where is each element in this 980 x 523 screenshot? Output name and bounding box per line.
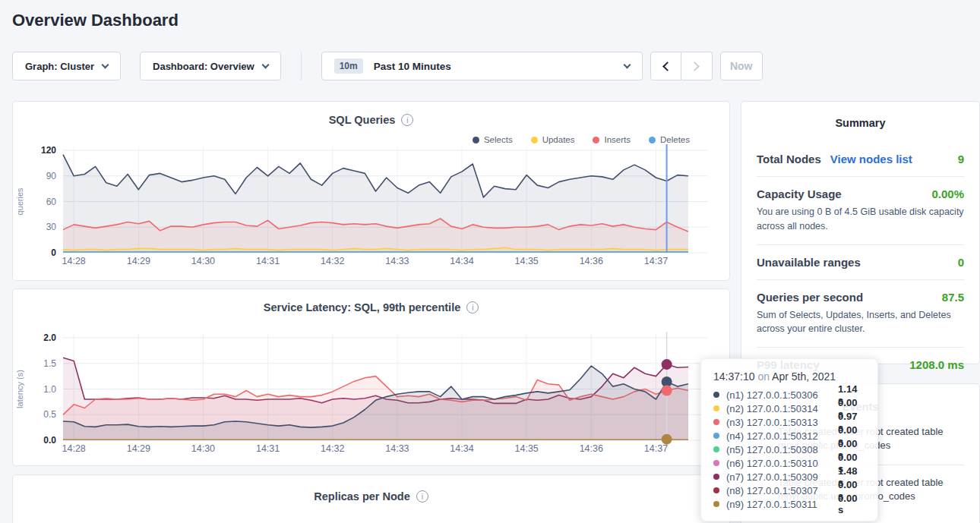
sql-queries-chart[interactable]: 030609012014:2814:2914:3014:3114:3214:33… (13, 141, 719, 270)
sql-queries-chart-title: SQL Queries (329, 114, 396, 126)
total-nodes-label: Total Nodes (757, 153, 821, 165)
dashboard-dropdown-label: Dashboard: Overview (153, 61, 254, 72)
capacity-usage-value: 0.00% (931, 187, 964, 200)
node-address: (n7) 127.0.0.1:50309 (726, 471, 838, 483)
svg-text:0.5: 0.5 (43, 409, 56, 420)
svg-text:14:36: 14:36 (580, 256, 603, 266)
dashboard-dropdown[interactable]: Dashboard: Overview (140, 52, 281, 80)
summary-row-capacity: Capacity Usage 0.00% You are using 0 B o… (757, 181, 964, 241)
summary-divider (757, 279, 964, 280)
svg-text:14:30: 14:30 (191, 256, 215, 266)
overview-dashboard-page: Overview Dashboard Graph: Cluster Dashbo… (0, 0, 980, 523)
node-address: (n9) 127.0.0.1:50311 (726, 499, 838, 510)
chevron-left-icon (662, 61, 672, 71)
service-latency-card: Service Latency: SQL, 99th percentile i … (12, 288, 730, 466)
node-color-dot (713, 433, 719, 439)
tooltip-rows: (n1) 127.0.0.1:503061.14 s(n2) 127.0.0.1… (713, 388, 865, 511)
summary-divider (757, 347, 964, 348)
svg-text:14:32: 14:32 (321, 443, 344, 454)
qps-desc: Sum of Selects, Updates, Inserts, and De… (757, 308, 964, 337)
node-color-dot (713, 419, 719, 425)
page-title: Overview Dashboard (12, 11, 179, 30)
svg-text:14:33: 14:33 (385, 256, 409, 266)
node-color-dot (713, 501, 719, 507)
svg-text:90: 90 (46, 171, 57, 181)
svg-text:14:36: 14:36 (580, 443, 603, 454)
time-range-badge: 10m (334, 58, 363, 74)
svg-text:14:37: 14:37 (644, 443, 668, 454)
summary-divider (757, 244, 964, 245)
now-button[interactable]: Now (720, 52, 763, 80)
svg-text:14:35: 14:35 (515, 443, 539, 454)
qps-value: 87.5 (942, 291, 964, 304)
tooltip-timestamp: 14:37:10 on Apr 5th, 2021 (713, 370, 865, 383)
time-next-button[interactable] (681, 52, 713, 80)
svg-text:14:28: 14:28 (62, 443, 86, 454)
svg-text:14:29: 14:29 (127, 443, 150, 454)
info-icon[interactable]: i (401, 114, 413, 126)
node-address: (n1) 127.0.0.1:50306 (726, 389, 838, 401)
time-range-label: Past 10 Minutes (374, 61, 616, 72)
node-color-dot (713, 405, 719, 411)
svg-text:30: 30 (46, 222, 57, 232)
chevron-down-icon (261, 61, 269, 68)
node-latency-value: 0.00 s (838, 493, 865, 515)
svg-text:14:34: 14:34 (450, 256, 473, 266)
chart-hover-tooltip: 14:37:10 on Apr 5th, 2021 (n1) 127.0.0.1… (700, 358, 878, 521)
capacity-usage-desc: You are using 0 B of 4.5 GiB usable disk… (757, 205, 964, 234)
summary-row-qps: Queries per second 87.5 Sum of Selects, … (757, 284, 964, 344)
qps-label: Queries per second (757, 291, 863, 304)
node-color-dot (713, 474, 719, 480)
node-address: (n4) 127.0.0.1:50312 (726, 430, 838, 442)
svg-text:2.0: 2.0 (43, 332, 56, 343)
svg-text:14:33: 14:33 (385, 443, 409, 454)
total-nodes-value: 9 (958, 153, 964, 165)
node-address: (n3) 127.0.0.1:50313 (726, 417, 838, 428)
replicas-per-node-card: Replicas per Node i (12, 474, 730, 523)
node-address: (n5) 127.0.0.1:50308 (726, 444, 838, 455)
service-latency-chart-title: Service Latency: SQL, 99th percentile (264, 301, 461, 313)
time-nav-group (650, 52, 713, 80)
svg-text:14:32: 14:32 (321, 256, 344, 266)
time-prev-button[interactable] (650, 52, 681, 80)
chevron-down-icon (102, 61, 109, 68)
summary-row-unavailable: Unavailable ranges 0 (757, 249, 964, 276)
svg-text:120: 120 (41, 145, 56, 156)
tooltip-node-row: (n9) 127.0.0.1:503110.00 s (713, 497, 865, 511)
svg-text:0.0: 0.0 (43, 435, 56, 446)
svg-text:0: 0 (51, 247, 56, 258)
svg-text:1.5: 1.5 (43, 358, 56, 369)
node-address: (n2) 127.0.0.1:50314 (726, 403, 838, 414)
svg-text:1.0: 1.0 (43, 384, 56, 395)
svg-text:60: 60 (46, 197, 57, 207)
summary-row-total-nodes: Total Nodes View nodes list 9 (757, 146, 964, 172)
svg-text:queries: queries (15, 187, 24, 216)
service-latency-chart[interactable]: 0.00.51.01.52.014:2814:2914:3014:3114:32… (13, 329, 719, 458)
svg-text:14:34: 14:34 (450, 443, 473, 454)
graph-dropdown[interactable]: Graph: Cluster (12, 52, 121, 80)
replicas-chart-title: Replicas per Node (314, 490, 410, 503)
capacity-usage-label: Capacity Usage (757, 187, 842, 200)
svg-text:latency (s): latency (s) (15, 370, 24, 408)
svg-text:14:31: 14:31 (256, 443, 280, 454)
time-range-dropdown[interactable]: 10m Past 10 Minutes (321, 52, 643, 80)
controls-bar: Graph: Cluster Dashboard: Overview 10m P… (12, 52, 763, 80)
summary-heading: Summary (757, 117, 964, 129)
info-icon[interactable]: i (416, 490, 428, 503)
svg-text:14:31: 14:31 (256, 256, 280, 266)
p99-latency-value: 1208.0 ms (909, 358, 964, 371)
svg-text:14:30: 14:30 (191, 443, 215, 454)
node-address: (n8) 127.0.0.1:50307 (726, 485, 838, 496)
node-color-dot (713, 392, 719, 398)
view-nodes-list-link[interactable]: View nodes list (830, 153, 912, 165)
graph-dropdown-label: Graph: Cluster (25, 61, 94, 72)
svg-text:14:28: 14:28 (62, 256, 86, 266)
svg-text:14:37: 14:37 (644, 256, 668, 266)
info-icon[interactable]: i (466, 301, 479, 313)
svg-text:14:35: 14:35 (515, 256, 539, 266)
node-color-dot (713, 460, 719, 466)
node-color-dot (713, 446, 719, 452)
unavailable-ranges-label: Unavailable ranges (757, 256, 861, 269)
controls-divider (301, 52, 302, 80)
summary-divider (757, 176, 964, 177)
